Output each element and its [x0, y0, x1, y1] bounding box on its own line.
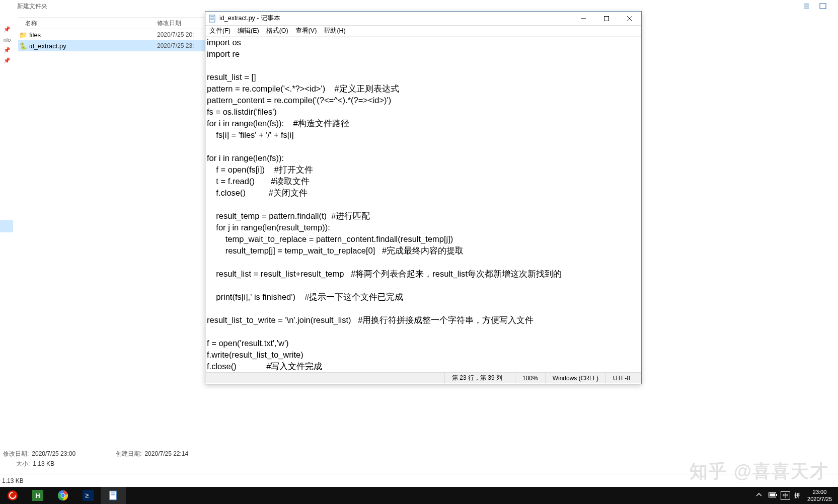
- folder-title: 新建文件夹: [17, 2, 47, 11]
- svg-text:H: H: [35, 492, 40, 499]
- notepad-statusbar: 第 23 行，第 39 列 100% Windows (CRLF) UTF-8: [206, 372, 641, 383]
- svg-rect-24: [110, 491, 117, 500]
- taskbar-app-powershell[interactable]: ≥: [75, 487, 101, 504]
- status-zoom: 100%: [515, 373, 545, 384]
- svg-text:≥: ≥: [85, 491, 89, 499]
- status-eol: Windows (CRLF): [545, 373, 605, 384]
- explorer-header: 新建文件夹: [0, 0, 838, 12]
- svg-rect-29: [770, 493, 775, 496]
- menu-format[interactable]: 格式(O): [266, 27, 288, 35]
- taskbar-app-chrome[interactable]: [50, 487, 75, 504]
- taskbar-app-wps[interactable]: H: [25, 487, 50, 504]
- explorer-left-gutter: 📌 nlo 📌 📌: [0, 17, 14, 64]
- taskbar-app-notepad[interactable]: [101, 487, 126, 504]
- folder-icon: 📁: [18, 31, 28, 39]
- file-name: id_extract.py: [28, 42, 157, 50]
- mod-date-label: 修改日期:: [3, 450, 29, 457]
- taskbar-app-netease[interactable]: [0, 487, 25, 504]
- notepad-text-area[interactable]: import os import re result_list = [] pat…: [206, 37, 641, 372]
- explorer-view-controls: [802, 0, 838, 12]
- pin-icon[interactable]: 📌: [0, 47, 14, 53]
- minimize-button[interactable]: [572, 12, 595, 26]
- ime-language[interactable]: 中: [781, 491, 790, 500]
- pin-icon[interactable]: 📌: [0, 57, 14, 64]
- file-date: 2020/7/25 20:: [157, 31, 194, 38]
- svg-rect-6: [820, 4, 826, 9]
- python-file-icon: 🐍: [18, 42, 28, 50]
- notepad-menubar: 文件(F) 编辑(E) 格式(O) 查看(V) 帮助(H): [205, 26, 641, 37]
- notepad-window: id_extract.py - 记事本 文件(F) 编辑(E) 格式(O) 查看…: [205, 11, 642, 384]
- close-button[interactable]: [618, 12, 641, 26]
- pin-icon[interactable]: 📌: [0, 26, 14, 33]
- clock-time: 23:00: [807, 488, 832, 495]
- menu-view[interactable]: 查看(V): [295, 27, 317, 35]
- notepad-icon: [208, 15, 216, 23]
- taskbar-clock[interactable]: 23:00 2020/7/25: [804, 487, 838, 503]
- explorer-statusbar: 1.13 KB: [0, 474, 838, 487]
- side-label: nlo: [0, 37, 14, 43]
- mod-date-value: 2020/7/25 23:00: [32, 450, 75, 457]
- taskbar: H ≥ 中 拼 23:00 2020/7/25: [0, 487, 838, 504]
- status-encoding: UTF-8: [605, 373, 641, 384]
- quick-access-selection[interactable]: [0, 220, 13, 232]
- taskbar-tray: 中 拼 23:00 2020/7/25: [752, 487, 838, 504]
- menu-file[interactable]: 文件(F): [209, 27, 231, 35]
- svg-rect-28: [776, 494, 777, 496]
- notepad-title-text: id_extract.py - 记事本: [219, 14, 572, 23]
- maximize-button[interactable]: [595, 12, 618, 26]
- statusbar-size: 1.13 KB: [2, 477, 24, 484]
- size-value: 1.13 KB: [33, 460, 54, 467]
- svg-point-21: [61, 494, 65, 497]
- file-date: 2020/7/25 23:: [157, 42, 194, 49]
- status-cursor-pos: 第 23 行，第 39 列: [444, 373, 515, 384]
- file-name: files: [28, 31, 157, 39]
- tray-chevron-up-icon[interactable]: [752, 492, 766, 498]
- size-label: 大小:: [16, 460, 30, 467]
- menu-edit[interactable]: 编辑(E): [238, 27, 259, 35]
- details-pane: 修改日期:2020/7/25 23:00 创建日期:2020/7/25 22:1…: [0, 449, 838, 474]
- create-date-label: 创建日期:: [116, 450, 141, 457]
- menu-help[interactable]: 帮助(H): [324, 27, 345, 35]
- col-header-name[interactable]: 名称: [18, 19, 157, 28]
- svg-rect-12: [604, 16, 609, 21]
- clock-date: 2020/7/25: [807, 495, 832, 502]
- large-icon-view-icon[interactable]: [819, 2, 827, 10]
- ime-mode[interactable]: 拼: [794, 491, 800, 500]
- details-view-icon[interactable]: [802, 2, 810, 10]
- notepad-titlebar[interactable]: id_extract.py - 记事本: [205, 12, 641, 26]
- tray-battery-icon[interactable]: [766, 492, 781, 499]
- create-date-value: 2020/7/25 22:14: [144, 450, 188, 457]
- svg-rect-7: [209, 15, 215, 22]
